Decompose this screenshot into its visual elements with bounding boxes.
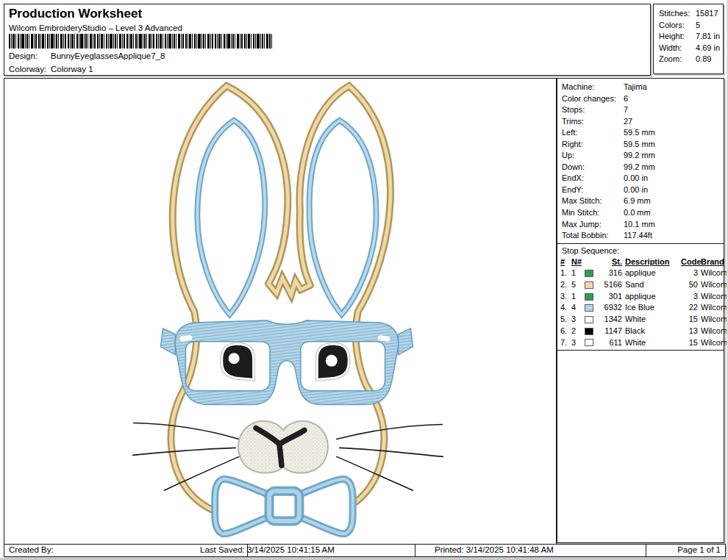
empty-panel-area — [557, 350, 724, 542]
glasses-right-temple-tab — [398, 329, 413, 355]
design-name-row: Design:BunnyEyeglassesApplique7_8 — [9, 51, 165, 60]
barcode-image — [9, 34, 272, 49]
thread-color-swatch — [585, 316, 593, 323]
bunny-left-eye — [223, 345, 252, 378]
stop-sequence-section: Stop Sequence: # N# St. Description Code… — [557, 243, 724, 351]
last-saved-label: Last Saved: 3/14/2025 10:41:15 AM — [200, 545, 335, 555]
footer-divider — [415, 545, 415, 556]
colorway-row: Colorway:Colorway 1 — [9, 65, 93, 73]
machine-row: Up:99.2 mm — [562, 150, 724, 162]
page-title: Production Worksheet — [9, 7, 142, 21]
colorway-label: Colorway: — [9, 65, 51, 73]
stop-sequence-row: 3.1301applique3Wilcom — [557, 291, 724, 303]
machine-row: Left:59.5 mm — [562, 127, 724, 139]
summary-row: Stitches:15817 — [654, 8, 723, 20]
thread-color-swatch — [585, 270, 593, 277]
bow-tie-knot — [269, 491, 299, 521]
design-preview-area — [4, 78, 557, 545]
right-eye-highlight — [326, 355, 338, 367]
footer-bar: Created By: Last Saved: 3/14/2025 10:41:… — [4, 544, 726, 557]
machine-row: Color changes:6 — [562, 93, 724, 105]
bunny-muzzle — [238, 421, 328, 473]
stop-sequence-row: 7.3611White15Wilcom — [557, 337, 724, 349]
thread-color-swatch — [585, 339, 593, 346]
header-box: Production Worksheet Wilcom EmbroiderySt… — [4, 4, 651, 76]
machine-row: Trims:27 — [562, 116, 724, 128]
machine-row: EndX:0.00 in — [562, 173, 724, 184]
colorway-value: Colorway 1 — [51, 65, 93, 73]
design-summary-box: Stitches:15817 Colors:5 Height:7.81 in W… — [653, 4, 724, 74]
software-subtitle: Wilcom EmbroideryStudio – Level 3 Advanc… — [9, 24, 182, 32]
footer-divider — [646, 545, 646, 556]
stop-sequence-row: 5.31342White15Wilcom — [557, 314, 724, 326]
stop-sequence-row: 1.1316applique3Wilcom — [557, 268, 724, 279]
machine-row: Down:99.2 mm — [562, 162, 724, 173]
bunny-bow-tie — [215, 479, 352, 534]
left-eye-highlight — [229, 353, 240, 364]
thread-color-swatch — [585, 293, 593, 301]
machine-row: Total Bobbin:117.44ft — [562, 230, 724, 242]
summary-row: Colors:5 — [654, 20, 723, 32]
created-by-label: Created By: — [9, 545, 54, 555]
bunny-eyeglasses — [161, 320, 413, 405]
machine-row: Right:59.5 mm — [562, 139, 724, 151]
thread-color-swatch — [585, 328, 593, 335]
stop-sequence-row: 6.21147Black13Wilcom — [557, 326, 724, 337]
bunny-applique-design — [4, 79, 554, 542]
summary-row: Height:7.81 in — [654, 31, 723, 43]
design-label: Design: — [9, 51, 51, 60]
glasses-frame — [175, 320, 399, 405]
printed-label: Printed: 3/14/2025 10:41:48 AM — [435, 545, 554, 555]
machine-row: EndY:0.00 in — [562, 184, 724, 196]
glasses-left-temple-tab — [161, 329, 176, 355]
machine-row: Max Stitch:6.9 mm — [562, 195, 724, 207]
bunny-right-eye — [318, 345, 348, 378]
summary-row: Zoom:0.89 — [654, 54, 723, 65]
thread-color-swatch — [585, 304, 593, 312]
machine-row: Min Stitch:0.0 mm — [562, 207, 724, 219]
stop-sequence-row: 2.55166Sand50Wilcom — [557, 279, 724, 291]
machine-row: Stops:7 — [562, 104, 724, 116]
machine-row: Max Jump:10.1 mm — [562, 219, 724, 231]
stop-sequence-header-row: # N# St. Description Code Brand — [557, 256, 724, 268]
machine-info-panel: Machine:Tajima Color changes:6 Stops:7 T… — [557, 78, 724, 543]
page-number-label: Page 1 of 1 — [677, 545, 721, 555]
design-value: BunnyEyeglassesApplique7_8 — [51, 51, 165, 60]
machine-row: Machine:Tajima — [562, 82, 724, 93]
summary-row: Width:4.69 in — [654, 43, 723, 54]
stop-sequence-title: Stop Sequence: — [557, 244, 724, 256]
machine-settings-section: Machine:Tajima Color changes:6 Stops:7 T… — [557, 79, 724, 243]
footer-divider — [247, 545, 248, 556]
stop-sequence-row: 4.46932Ice Blue22Wilcom — [557, 302, 724, 314]
thread-color-swatch — [585, 281, 593, 289]
